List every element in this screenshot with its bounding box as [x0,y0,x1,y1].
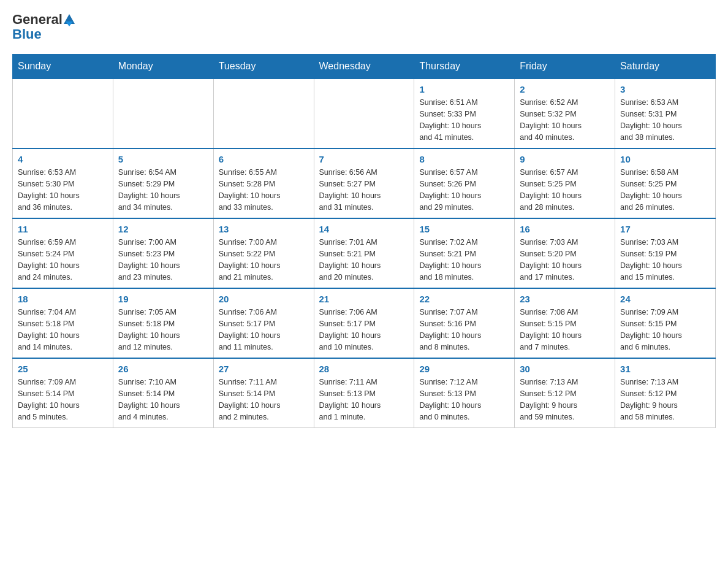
day-number: 22 [419,294,509,304]
day-info: Sunrise: 7:07 AMSunset: 5:16 PMDaylight:… [419,307,509,353]
calendar-day-cell: 21Sunrise: 7:06 AMSunset: 5:17 PMDayligh… [314,288,414,358]
day-number: 14 [319,224,409,234]
calendar-header-row: SundayMondayTuesdayWednesdayThursdayFrid… [13,55,716,79]
day-number: 18 [18,294,108,304]
day-number: 4 [18,154,108,164]
calendar-day-cell: 4Sunrise: 6:53 AMSunset: 5:30 PMDaylight… [13,148,113,218]
day-info: Sunrise: 7:10 AMSunset: 5:14 PMDaylight:… [118,377,208,423]
calendar-week-row: 1Sunrise: 6:51 AMSunset: 5:33 PMDaylight… [13,79,716,148]
calendar-weekday-header: Monday [113,55,213,79]
calendar-day-cell: 19Sunrise: 7:05 AMSunset: 5:18 PMDayligh… [113,288,213,358]
calendar-day-cell: 18Sunrise: 7:04 AMSunset: 5:18 PMDayligh… [13,288,113,358]
day-number: 12 [118,224,208,234]
day-number: 3 [620,84,710,94]
day-number: 15 [419,224,509,234]
calendar-day-cell: 2Sunrise: 6:52 AMSunset: 5:32 PMDaylight… [515,79,615,148]
day-number: 17 [620,224,710,234]
calendar-day-cell: 5Sunrise: 6:54 AMSunset: 5:29 PMDaylight… [113,148,213,218]
day-number: 24 [620,294,710,304]
calendar-day-cell: 30Sunrise: 7:13 AMSunset: 5:12 PMDayligh… [515,358,615,428]
logo: GeneralBlue [12,12,76,42]
calendar-weekday-header: Friday [515,55,615,79]
day-number: 28 [319,364,409,374]
day-info: Sunrise: 6:58 AMSunset: 5:25 PMDaylight:… [620,167,710,213]
day-number: 1 [419,84,509,94]
calendar-day-cell: 26Sunrise: 7:10 AMSunset: 5:14 PMDayligh… [113,358,213,428]
day-info: Sunrise: 7:06 AMSunset: 5:17 PMDaylight:… [219,307,309,353]
calendar-day-cell: 13Sunrise: 7:00 AMSunset: 5:22 PMDayligh… [213,218,314,288]
calendar-day-cell: 15Sunrise: 7:02 AMSunset: 5:21 PMDayligh… [414,218,515,288]
calendar-day-cell: 29Sunrise: 7:12 AMSunset: 5:13 PMDayligh… [414,358,515,428]
day-info: Sunrise: 7:09 AMSunset: 5:14 PMDaylight:… [18,377,108,423]
calendar-day-cell: 22Sunrise: 7:07 AMSunset: 5:16 PMDayligh… [414,288,515,358]
calendar-day-cell: 6Sunrise: 6:55 AMSunset: 5:28 PMDaylight… [213,148,314,218]
day-number: 2 [520,84,610,94]
day-number: 19 [118,294,208,304]
day-number: 9 [520,154,610,164]
day-info: Sunrise: 7:04 AMSunset: 5:18 PMDaylight:… [18,307,108,353]
calendar-weekday-header: Tuesday [213,55,314,79]
calendar-weekday-header: Sunday [13,55,113,79]
day-info: Sunrise: 6:57 AMSunset: 5:25 PMDaylight:… [520,167,610,213]
calendar-day-cell: 28Sunrise: 7:11 AMSunset: 5:13 PMDayligh… [314,358,414,428]
calendar-weekday-header: Wednesday [314,55,414,79]
day-number: 26 [118,364,208,374]
calendar-day-cell: 11Sunrise: 6:59 AMSunset: 5:24 PMDayligh… [13,218,113,288]
calendar-day-cell: 1Sunrise: 6:51 AMSunset: 5:33 PMDaylight… [414,79,515,148]
day-info: Sunrise: 6:51 AMSunset: 5:33 PMDaylight:… [419,97,509,143]
calendar-day-cell: 27Sunrise: 7:11 AMSunset: 5:14 PMDayligh… [213,358,314,428]
day-info: Sunrise: 7:02 AMSunset: 5:21 PMDaylight:… [419,237,509,283]
day-number: 13 [219,224,309,234]
day-number: 20 [219,294,309,304]
calendar-day-cell: 12Sunrise: 7:00 AMSunset: 5:23 PMDayligh… [113,218,213,288]
calendar-day-cell: 25Sunrise: 7:09 AMSunset: 5:14 PMDayligh… [13,358,113,428]
calendar-day-cell: 8Sunrise: 6:57 AMSunset: 5:26 PMDaylight… [414,148,515,218]
day-info: Sunrise: 7:00 AMSunset: 5:22 PMDaylight:… [219,237,309,283]
day-number: 10 [620,154,710,164]
calendar-day-cell [13,79,113,148]
calendar-day-cell: 7Sunrise: 6:56 AMSunset: 5:27 PMDaylight… [314,148,414,218]
day-number: 16 [520,224,610,234]
day-info: Sunrise: 7:13 AMSunset: 5:12 PMDaylight:… [620,377,710,423]
day-number: 8 [419,154,509,164]
day-info: Sunrise: 7:13 AMSunset: 5:12 PMDaylight:… [520,377,610,423]
day-info: Sunrise: 7:12 AMSunset: 5:13 PMDaylight:… [419,377,509,423]
day-number: 7 [319,154,409,164]
day-info: Sunrise: 7:03 AMSunset: 5:19 PMDaylight:… [620,237,710,283]
calendar-day-cell: 10Sunrise: 6:58 AMSunset: 5:25 PMDayligh… [615,148,716,218]
calendar-table: SundayMondayTuesdayWednesdayThursdayFrid… [12,54,716,428]
calendar-week-row: 18Sunrise: 7:04 AMSunset: 5:18 PMDayligh… [13,288,716,358]
calendar-day-cell: 20Sunrise: 7:06 AMSunset: 5:17 PMDayligh… [213,288,314,358]
day-number: 6 [219,154,309,164]
day-info: Sunrise: 7:11 AMSunset: 5:13 PMDaylight:… [319,377,409,423]
day-info: Sunrise: 6:56 AMSunset: 5:27 PMDaylight:… [319,167,409,213]
day-info: Sunrise: 6:52 AMSunset: 5:32 PMDaylight:… [520,97,610,143]
day-info: Sunrise: 7:08 AMSunset: 5:15 PMDaylight:… [520,307,610,353]
day-number: 30 [520,364,610,374]
calendar-day-cell: 23Sunrise: 7:08 AMSunset: 5:15 PMDayligh… [515,288,615,358]
calendar-weekday-header: Saturday [615,55,716,79]
calendar-day-cell [314,79,414,148]
calendar-day-cell: 24Sunrise: 7:09 AMSunset: 5:15 PMDayligh… [615,288,716,358]
calendar-week-row: 25Sunrise: 7:09 AMSunset: 5:14 PMDayligh… [13,358,716,428]
day-info: Sunrise: 6:54 AMSunset: 5:29 PMDaylight:… [118,167,208,213]
day-info: Sunrise: 7:00 AMSunset: 5:23 PMDaylight:… [118,237,208,283]
calendar-weekday-header: Thursday [414,55,515,79]
calendar-day-cell [213,79,314,148]
day-info: Sunrise: 7:11 AMSunset: 5:14 PMDaylight:… [219,377,309,423]
page-header: GeneralBlue [12,12,716,42]
calendar-day-cell: 16Sunrise: 7:03 AMSunset: 5:20 PMDayligh… [515,218,615,288]
calendar-week-row: 4Sunrise: 6:53 AMSunset: 5:30 PMDaylight… [13,148,716,218]
calendar-day-cell: 3Sunrise: 6:53 AMSunset: 5:31 PMDaylight… [615,79,716,148]
day-number: 23 [520,294,610,304]
day-info: Sunrise: 6:57 AMSunset: 5:26 PMDaylight:… [419,167,509,213]
calendar-day-cell: 9Sunrise: 6:57 AMSunset: 5:25 PMDaylight… [515,148,615,218]
day-info: Sunrise: 7:06 AMSunset: 5:17 PMDaylight:… [319,307,409,353]
calendar-day-cell [113,79,213,148]
calendar-week-row: 11Sunrise: 6:59 AMSunset: 5:24 PMDayligh… [13,218,716,288]
day-info: Sunrise: 7:09 AMSunset: 5:15 PMDaylight:… [620,307,710,353]
day-number: 25 [18,364,108,374]
day-info: Sunrise: 7:05 AMSunset: 5:18 PMDaylight:… [118,307,208,353]
day-info: Sunrise: 6:53 AMSunset: 5:30 PMDaylight:… [18,167,108,213]
day-number: 5 [118,154,208,164]
